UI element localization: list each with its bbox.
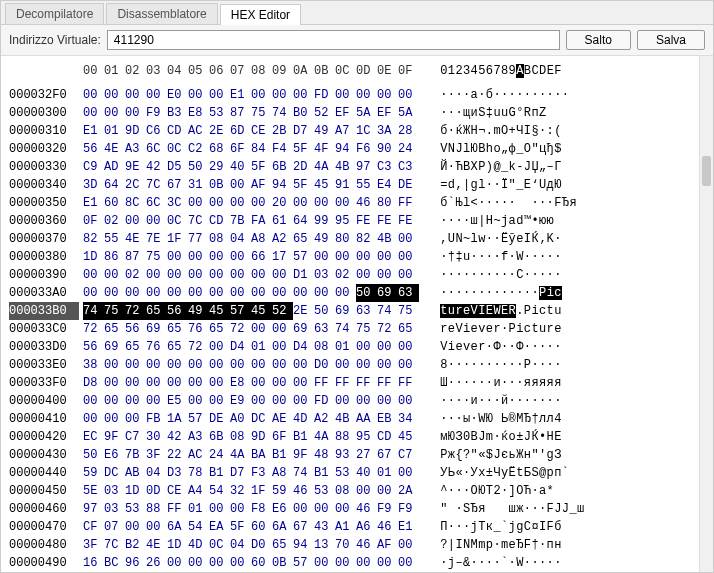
tab-strip: Decompilatore Disassemblatore HEX Editor (1, 1, 713, 25)
hex-editor-window: Decompilatore Disassemblatore HEX Editor… (0, 0, 714, 573)
vertical-scrollbar[interactable] (699, 56, 713, 572)
virtual-address-input[interactable] (107, 30, 560, 50)
save-button[interactable]: Salva (637, 30, 705, 50)
tab-disassembler[interactable]: Disassemblatore (106, 3, 217, 24)
toolbar: Indirizzo Virtuale: Salto Salva (1, 25, 713, 56)
virtual-address-label: Indirizzo Virtuale: (9, 33, 101, 47)
hex-view: 000102030405060708090A0B0C0D0E0F 0123456… (1, 56, 713, 572)
hex-content[interactable]: 000102030405060708090A0B0C0D0E0F 0123456… (1, 56, 699, 572)
tab-hex-editor[interactable]: HEX Editor (220, 4, 301, 25)
scrollbar-thumb[interactable] (702, 156, 711, 186)
jump-button[interactable]: Salto (566, 30, 631, 50)
tab-decompiler[interactable]: Decompilatore (5, 3, 104, 24)
